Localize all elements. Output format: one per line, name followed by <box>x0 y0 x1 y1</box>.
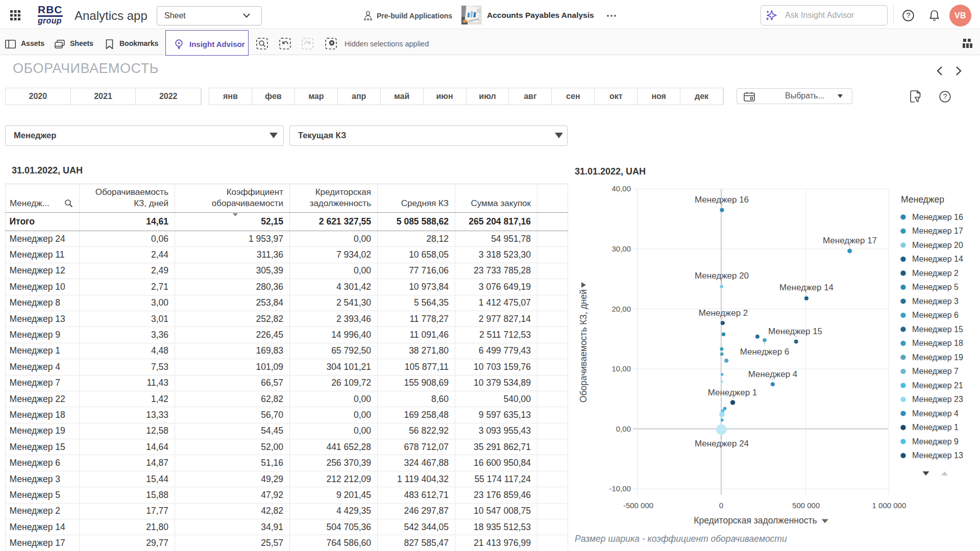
svg-text:Менеджер 21: Менеджер 21 <box>912 381 963 390</box>
svg-text:?: ? <box>943 92 947 101</box>
svg-text:Менеджер 4: Менеджер 4 <box>912 409 959 418</box>
svg-text:Менеджер 24: Менеджер 24 <box>695 439 749 448</box>
svg-text:Менеджер 2: Менеджер 2 <box>912 269 959 278</box>
svg-text:Менеджер 1: Менеджер 1 <box>912 423 959 432</box>
svg-text:0: 0 <box>719 501 723 510</box>
svg-text:Менеджер 15: Менеджер 15 <box>912 325 963 334</box>
svg-text:Менеджер 2: Менеджер 2 <box>699 308 748 318</box>
svg-text:Менеджер 20: Менеджер 20 <box>695 271 749 281</box>
svg-text:Менеджер 20: Менеджер 20 <box>912 241 963 249</box>
svg-text:500 000: 500 000 <box>792 501 820 510</box>
svg-text:Менеджер 14: Менеджер 14 <box>912 255 963 263</box>
svg-text:0,00: 0,00 <box>616 424 631 433</box>
svg-text:Кредиторская задолженность: Кредиторская задолженность <box>694 515 817 525</box>
svg-text:Менеджер 1: Менеджер 1 <box>708 388 757 397</box>
svg-text:Менеджер 17: Менеджер 17 <box>823 236 877 245</box>
svg-text:Менеджер 18: Менеджер 18 <box>912 339 963 347</box>
svg-text:Менеджер 16: Менеджер 16 <box>695 195 749 205</box>
svg-text:20,00: 20,00 <box>611 305 631 313</box>
svg-text:Менеджер 13: Менеджер 13 <box>912 451 963 460</box>
svg-text:Менеджер 16: Менеджер 16 <box>912 213 963 221</box>
svg-text:Менеджер 23: Менеджер 23 <box>912 395 963 404</box>
svg-text:Менеджер 19: Менеджер 19 <box>912 353 963 362</box>
svg-text:1 000 000: 1 000 000 <box>872 501 906 510</box>
svg-text:Менеджер 7: Менеджер 7 <box>912 367 959 375</box>
svg-text:?: ? <box>906 11 910 19</box>
svg-text:Менеджер 17: Менеджер 17 <box>912 227 963 235</box>
svg-text:-10,00: -10,00 <box>609 484 631 493</box>
svg-text:Менеджер 6: Менеджер 6 <box>912 311 959 319</box>
svg-text:Оборачиваемость КЗ, дней: Оборачиваемость КЗ, дней <box>578 289 589 403</box>
svg-text:Менеджер 14: Менеджер 14 <box>779 283 834 292</box>
svg-text:40,00: 40,00 <box>611 184 631 193</box>
svg-text:10,00: 10,00 <box>611 364 631 373</box>
svg-text:Менеджер: Менеджер <box>901 194 944 205</box>
svg-text:Размер шарика - коэффициент об: Размер шарика - коэффициент оборачиваемо… <box>575 534 787 544</box>
svg-text:31.01.2022, UAH: 31.01.2022, UAH <box>575 166 646 177</box>
svg-text:Менеджер 15: Менеджер 15 <box>768 327 822 336</box>
svg-text:Менеджер 5: Менеджер 5 <box>912 283 959 291</box>
svg-text:30,00: 30,00 <box>611 244 631 253</box>
svg-text:Менеджер 6: Менеджер 6 <box>740 347 790 357</box>
svg-text:Менеджер 3: Менеджер 3 <box>912 297 959 306</box>
svg-text:Менеджер 9: Менеджер 9 <box>912 437 959 446</box>
svg-text:-500 000: -500 000 <box>623 501 653 510</box>
svg-text:Менеджер 4: Менеджер 4 <box>748 369 798 379</box>
